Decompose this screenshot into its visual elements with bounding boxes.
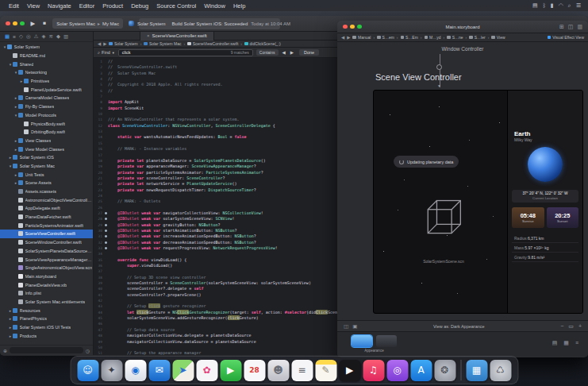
navigator-row[interactable]: ▸Resources: [0, 306, 93, 315]
navigator-row[interactable]: ▾Solar System Mac: [0, 162, 93, 171]
dock-calendar[interactable]: 28: [244, 360, 265, 381]
scene-title[interactable]: Scene View Controller: [375, 72, 462, 82]
wifi-icon[interactable]: ◠: [556, 2, 566, 9]
dock-contacts[interactable]: ☻: [267, 360, 289, 381]
device-icon[interactable]: ◫: [344, 323, 348, 330]
ib-forward-button[interactable]: ▶: [347, 35, 350, 40]
navigator-row[interactable]: AstronomicalObjectViewController.swift: [0, 195, 93, 204]
ib-breadcrumb-item[interactable]: S…em: [377, 35, 394, 40]
dock-tv[interactable]: ▶: [339, 360, 360, 381]
navigator-row[interactable]: ▸View Classes: [0, 137, 93, 145]
navigator-row[interactable]: Assets.xcassets: [0, 187, 93, 196]
dock-notes[interactable]: ✎: [315, 360, 336, 381]
dock-maps[interactable]: ➤: [172, 360, 194, 381]
navigator-row[interactable]: ▾Model Protocols: [0, 111, 93, 120]
debug-navigator-icon[interactable]: ≋: [48, 33, 52, 40]
dock-launchpad[interactable]: ✦: [101, 360, 122, 381]
storyboard-canvas[interactable]: Window Controller ▼ Scene View Controlle…: [337, 42, 588, 320]
battery-icon[interactable]: ▮: [548, 2, 556, 9]
dock-finder[interactable]: ☺: [77, 360, 98, 381]
navigator-row[interactable]: SingleAstronomicalObjectView.scn: [0, 264, 93, 272]
ib-breadcrumb-item[interactable]: S…ne: [447, 35, 463, 40]
navigator-row[interactable]: Main.storyboard: [0, 272, 93, 281]
navigator-row[interactable]: ParticleSystemsAnimator.swift: [0, 221, 93, 230]
run-button[interactable]: ▶: [29, 21, 37, 27]
next-match-button[interactable]: ▶: [290, 50, 294, 55]
navigator-row[interactable]: PlanetUpdateService.swift: [0, 85, 93, 94]
view-as-control[interactable]: View as: Dark Appearance: [357, 324, 560, 329]
navigator-row[interactable]: SceneWindowController.swift: [0, 238, 93, 247]
navigator-row[interactable]: ▸View Model Classes: [0, 145, 93, 153]
menu-help[interactable]: Help: [229, 2, 249, 10]
inspector-toggle-icon[interactable]: ▥: [577, 24, 582, 30]
project-navigator-icon[interactable]: ▦: [5, 33, 10, 40]
menu-window[interactable]: Window: [200, 2, 229, 10]
find-navigator-icon[interactable]: ◎: [26, 33, 31, 40]
navigator-row[interactable]: PhysicsBody.swift: [0, 119, 93, 128]
breadcrumb-item[interactable]: Solar System: [109, 41, 137, 46]
ib-close-button[interactable]: [343, 25, 348, 29]
issue-navigator-icon[interactable]: ⚠: [34, 33, 39, 40]
menu-source-control[interactable]: Source Control: [152, 2, 200, 10]
navigator-row[interactable]: ▾Networking: [0, 68, 93, 77]
search-icon[interactable]: ⌕: [566, 2, 574, 9]
navigator-row[interactable]: ▸Products: [0, 331, 93, 340]
navigator-row[interactable]: OrbitingBody.swift: [0, 128, 93, 137]
find-mode-dropdown[interactable]: ⌕ Find ▼: [98, 50, 115, 56]
navigator-row[interactable]: AppDelegate.swift: [0, 204, 93, 213]
breadcrumb-item[interactable]: didClickScene(_:): [244, 41, 281, 46]
find-done-button[interactable]: Done: [299, 49, 319, 56]
list-view-icon[interactable]: ≡: [575, 340, 578, 346]
report-navigator-icon[interactable]: ▥: [63, 33, 68, 40]
light-appearance-swatch[interactable]: [352, 335, 372, 347]
notification-center-icon[interactable]: ☰: [574, 2, 583, 9]
ib-breadcrumb-item[interactable]: View: [491, 35, 505, 40]
dock-safari[interactable]: ◉: [125, 360, 146, 381]
ib-breadcrumb-item[interactable]: S…ler: [469, 35, 485, 40]
zoom-in-button[interactable]: +: [578, 323, 582, 330]
navigator-row[interactable]: ▸Primitives: [0, 77, 93, 86]
previous-match-button[interactable]: ◀: [282, 50, 286, 55]
navigator-row[interactable]: README.md: [0, 52, 93, 60]
dock-photos[interactable]: ✿: [196, 360, 217, 381]
navigator-row[interactable]: PlanetDetailsView.xib: [0, 280, 93, 289]
navigator-row[interactable]: ▸CameraModel Classes: [0, 94, 93, 102]
menu-product[interactable]: Product: [98, 2, 127, 10]
navigator-row[interactable]: SolarSystemPlanetsDataSource.swift: [0, 247, 93, 256]
navigator-row[interactable]: SceneViewController.swift: [0, 230, 93, 238]
test-navigator-icon[interactable]: ◈: [41, 33, 45, 40]
menu-debug[interactable]: Debug: [127, 2, 152, 10]
grid-view-icon[interactable]: ▤: [552, 340, 558, 346]
navigator-row[interactable]: ▸Solar System iOS: [0, 153, 93, 162]
navigator-row[interactable]: Info.plist: [0, 289, 93, 298]
editor-mode-icon[interactable]: ◫: [568, 24, 574, 30]
dock-downloads-folder[interactable]: ▦: [466, 360, 487, 381]
editor-tab[interactable]: × SceneViewController.swift: [140, 32, 214, 41]
source-control-navigator-icon[interactable]: ≡: [13, 34, 16, 40]
zoom-out-button[interactable]: −: [560, 323, 563, 330]
ib-zoom-button[interactable]: [357, 25, 362, 29]
menu-view[interactable]: View: [23, 2, 44, 10]
ib-breadcrumb-item[interactable]: M…yd: [425, 35, 441, 40]
symbol-navigator-icon[interactable]: ◇: [19, 33, 23, 40]
ib-selected-object[interactable]: Visual Effect View: [548, 35, 584, 40]
add-file-icon[interactable]: ⊕: [3, 348, 7, 353]
zoom-fit-button[interactable]: ▭: [568, 323, 574, 330]
close-button[interactable]: [6, 21, 10, 26]
navigator-row[interactable]: Solar System Mac.entitlements: [0, 298, 93, 307]
ib-minimize-button[interactable]: [350, 25, 355, 29]
dock-mail[interactable]: ✉: [148, 360, 170, 381]
breakpoint-navigator-icon[interactable]: ◆: [56, 33, 60, 40]
forward-button[interactable]: ▶: [103, 41, 106, 46]
minimize-button[interactable]: [13, 21, 17, 26]
ib-breadcrumb-item[interactable]: S…Em: [401, 35, 418, 40]
window-controller-title[interactable]: Window Controller: [337, 46, 588, 52]
navigator-row[interactable]: ▾Solar System: [0, 43, 93, 52]
navigator-row[interactable]: ▸Solar System iOS UI Tests: [0, 323, 93, 332]
navigator-row[interactable]: ▾Shared: [0, 60, 93, 68]
icon-view-icon[interactable]: ▦: [563, 340, 569, 346]
ib-tab-main-storyboard[interactable]: Main.storyboard: [445, 25, 479, 29]
filter-options-icon[interactable]: ◷: [86, 348, 90, 353]
breadcrumb-item[interactable]: SceneViewController.swift: [187, 41, 238, 46]
tab-close-icon[interactable]: ×: [147, 33, 150, 38]
